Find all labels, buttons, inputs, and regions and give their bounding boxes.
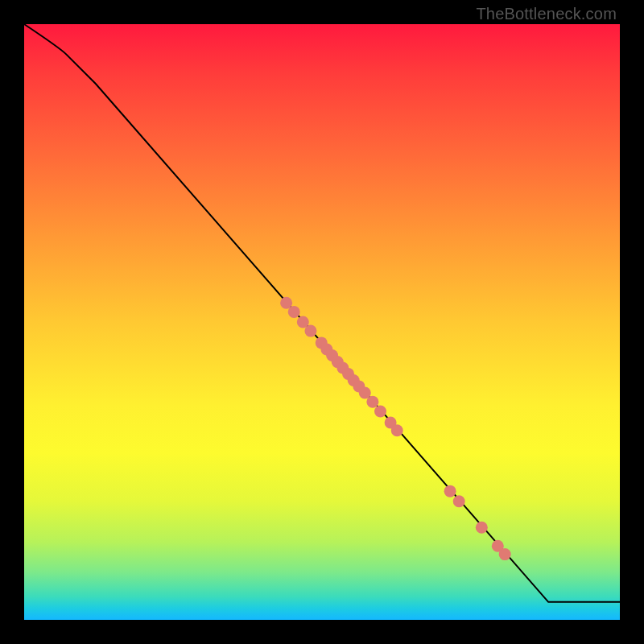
chart-overlay <box>24 24 620 620</box>
data-point <box>391 424 403 436</box>
watermark-label: TheBottleneck.com <box>476 5 617 23</box>
data-point <box>288 306 300 318</box>
data-point <box>476 522 488 534</box>
data-point <box>453 495 465 507</box>
performance-curve <box>24 24 620 602</box>
data-point <box>374 406 386 418</box>
data-point <box>366 396 378 408</box>
data-point <box>444 485 456 497</box>
data-point <box>499 548 511 560</box>
data-point <box>304 325 316 337</box>
data-points-group <box>280 297 511 560</box>
